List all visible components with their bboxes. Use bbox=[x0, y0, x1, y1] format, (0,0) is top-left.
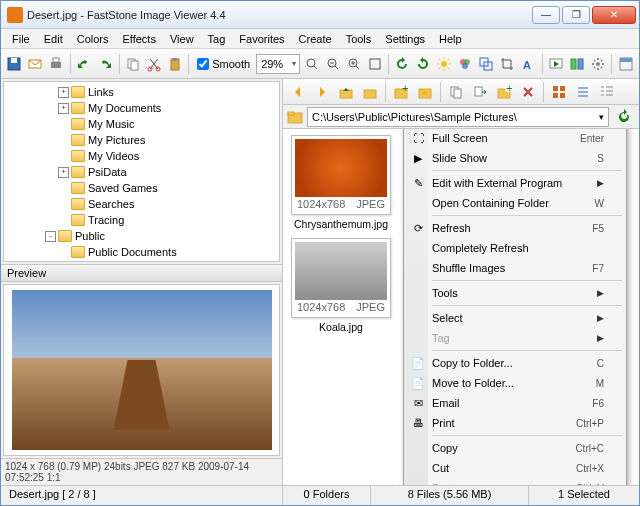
nav-home-icon[interactable] bbox=[359, 81, 381, 103]
ctx-refresh[interactable]: ⟳RefreshF5 bbox=[406, 218, 624, 238]
preview-image bbox=[12, 290, 272, 450]
menu-settings[interactable]: Settings bbox=[378, 31, 432, 47]
tree-item[interactable]: +PsiData bbox=[6, 164, 277, 180]
status-files: 8 Files (5.56 MB) bbox=[371, 486, 529, 505]
tree-item[interactable]: My Pictures bbox=[6, 132, 277, 148]
view-details-icon[interactable] bbox=[596, 81, 618, 103]
folder-tree[interactable]: +Links+My DocumentsMy MusicMy PicturesMy… bbox=[3, 81, 280, 262]
ctx-select[interactable]: Select▶ bbox=[406, 308, 624, 328]
zoom-fit-icon[interactable] bbox=[302, 53, 321, 75]
rotate-right-icon[interactable] bbox=[414, 53, 433, 75]
nav-up-icon[interactable] bbox=[335, 81, 357, 103]
save-icon[interactable] bbox=[5, 53, 24, 75]
svg-rect-44 bbox=[288, 112, 294, 115]
svg-rect-39 bbox=[553, 86, 558, 91]
svg-rect-36 bbox=[498, 89, 510, 98]
tree-item[interactable]: +Links bbox=[6, 84, 277, 100]
tree-item[interactable]: Searches bbox=[6, 196, 277, 212]
svg-point-16 bbox=[460, 59, 466, 65]
tree-item[interactable]: My Music bbox=[6, 116, 277, 132]
move-to-icon[interactable] bbox=[469, 81, 491, 103]
tree-item[interactable]: Tracing bbox=[6, 212, 277, 228]
ctx-print[interactable]: 🖶PrintCtrl+P bbox=[406, 413, 624, 433]
tree-item[interactable]: My Videos bbox=[6, 148, 277, 164]
tree-item[interactable]: -Public bbox=[6, 228, 277, 244]
zoom-out-icon[interactable] bbox=[323, 53, 342, 75]
menu-favorites[interactable]: Favorites bbox=[232, 31, 291, 47]
menu-create[interactable]: Create bbox=[292, 31, 339, 47]
address-combo[interactable]: C:\Users\Public\Pictures\Sample Pictures… bbox=[307, 107, 609, 127]
view-list-icon[interactable] bbox=[572, 81, 594, 103]
svg-rect-22 bbox=[550, 59, 562, 68]
redo-icon[interactable] bbox=[96, 53, 115, 75]
thumbnail-area[interactable]: 1024x768JPEGChrysanthemum.jpg1024x768JPE… bbox=[283, 129, 639, 485]
view-thumbs-icon[interactable] bbox=[548, 81, 570, 103]
rotate-left-icon[interactable] bbox=[393, 53, 412, 75]
resize-icon[interactable] bbox=[477, 53, 496, 75]
crop-icon[interactable] bbox=[498, 53, 517, 75]
copy-to-icon[interactable] bbox=[445, 81, 467, 103]
ctx-edit-with-external-program[interactable]: ✎Edit with External Program▶ bbox=[406, 173, 624, 193]
paste-icon[interactable] bbox=[165, 53, 184, 75]
app-icon bbox=[7, 7, 23, 23]
nav-back-icon[interactable] bbox=[287, 81, 309, 103]
menu-edit[interactable]: Edit bbox=[37, 31, 70, 47]
tree-item[interactable]: +My Documents bbox=[6, 100, 277, 116]
zoom-combo[interactable]: 29% bbox=[256, 54, 300, 74]
tree-item[interactable]: Public Documents bbox=[6, 244, 277, 260]
svg-point-17 bbox=[464, 59, 470, 65]
menu-help[interactable]: Help bbox=[432, 31, 469, 47]
zoom-actual-icon[interactable] bbox=[365, 53, 384, 75]
ctx-slide-show[interactable]: ▶Slide ShowS bbox=[406, 148, 624, 168]
zoom-in-icon[interactable] bbox=[344, 53, 363, 75]
undo-icon[interactable] bbox=[75, 53, 94, 75]
text-icon[interactable]: A bbox=[519, 53, 538, 75]
colors-icon[interactable] bbox=[456, 53, 475, 75]
menu-view[interactable]: View bbox=[163, 31, 201, 47]
svg-rect-2 bbox=[29, 60, 41, 68]
ctx-tools[interactable]: Tools▶ bbox=[406, 283, 624, 303]
ctx-shuffle-images[interactable]: Shuffle ImagesF7 bbox=[406, 258, 624, 278]
tree-item[interactable]: Public Downloads bbox=[6, 260, 277, 262]
close-button[interactable]: ✕ bbox=[592, 6, 636, 24]
maximize-button[interactable]: ❐ bbox=[562, 6, 590, 24]
menu-effects[interactable]: Effects bbox=[116, 31, 163, 47]
address-refresh-icon[interactable] bbox=[613, 106, 635, 128]
menu-tag[interactable]: Tag bbox=[201, 31, 233, 47]
skin-icon[interactable] bbox=[616, 53, 635, 75]
menu-tools[interactable]: Tools bbox=[339, 31, 379, 47]
ctx-email[interactable]: ✉EmailF6 bbox=[406, 393, 624, 413]
ctx-copy-to-folder-[interactable]: 📄Copy to Folder...C bbox=[406, 353, 624, 373]
ctx-move-to-folder-[interactable]: 📄Move to Folder...M bbox=[406, 373, 624, 393]
tree-item[interactable]: Saved Games bbox=[6, 180, 277, 196]
menu-colors[interactable]: Colors bbox=[70, 31, 116, 47]
print-icon[interactable] bbox=[47, 53, 66, 75]
slideshow-icon[interactable] bbox=[546, 53, 565, 75]
ctx-copy[interactable]: CopyCtrl+C bbox=[406, 438, 624, 458]
svg-rect-0 bbox=[8, 58, 20, 70]
preview-pane[interactable] bbox=[3, 284, 280, 456]
svg-point-8 bbox=[156, 67, 160, 71]
brightness-icon[interactable] bbox=[435, 53, 454, 75]
fav-list-icon[interactable] bbox=[414, 81, 436, 103]
copy-icon[interactable] bbox=[123, 53, 142, 75]
ctx-cut[interactable]: CutCtrl+X bbox=[406, 458, 624, 478]
thumbnail[interactable]: 1024x768JPEGChrysanthemum.jpg bbox=[289, 135, 393, 230]
fav-add-icon[interactable]: + bbox=[390, 81, 412, 103]
ctx-completely-refresh[interactable]: Completely Refresh bbox=[406, 238, 624, 258]
mail-icon[interactable] bbox=[26, 53, 45, 75]
svg-point-25 bbox=[596, 62, 600, 66]
thumbnail[interactable]: 1024x768JPEGKoala.jpg bbox=[289, 238, 393, 333]
compare-icon[interactable] bbox=[567, 53, 586, 75]
ctx-full-screen[interactable]: ⛶Full ScreenEnter bbox=[406, 129, 624, 148]
cut-icon[interactable] bbox=[144, 53, 163, 75]
ctx-open-containing-folder[interactable]: Open Containing FolderW bbox=[406, 193, 624, 213]
minimize-button[interactable]: — bbox=[532, 6, 560, 24]
new-folder-icon[interactable]: + bbox=[493, 81, 515, 103]
svg-rect-27 bbox=[620, 58, 632, 62]
settings-icon[interactable] bbox=[588, 53, 607, 75]
smooth-checkbox[interactable]: Smooth bbox=[197, 58, 250, 70]
delete-icon[interactable] bbox=[517, 81, 539, 103]
nav-forward-icon[interactable] bbox=[311, 81, 333, 103]
menu-file[interactable]: File bbox=[5, 31, 37, 47]
